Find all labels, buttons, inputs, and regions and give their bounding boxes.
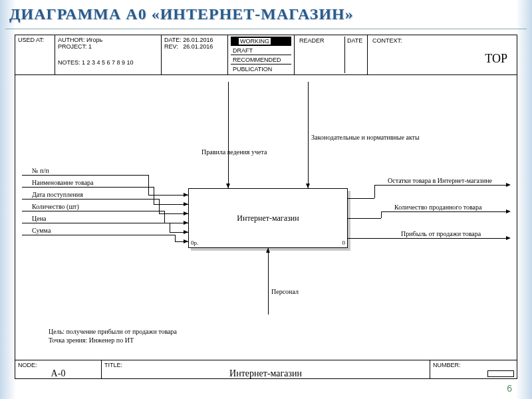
idef0-header: USED AT: AUTHOR: Игорь PROJECT: 1 NOTES:… — [15, 35, 517, 75]
author-value: Игорь — [86, 37, 102, 43]
input-arrow — [164, 211, 165, 223]
rev-value: 26.01.2016 — [183, 43, 213, 50]
mechanism-label: Персонал — [271, 288, 299, 295]
arrowhead-icon — [184, 202, 188, 206]
node-label: NODE: — [18, 362, 98, 368]
input-arrow — [148, 175, 149, 195]
status-recommended: RECOMMENDED — [233, 57, 281, 63]
idef0-frame: USED AT: AUTHOR: Игорь PROJECT: 1 NOTES:… — [15, 35, 517, 379]
date-value: 26.01.2016 — [183, 37, 213, 43]
title-label: TITLE: — [104, 362, 427, 368]
notes-label: NOTES: — [58, 59, 80, 66]
date-cell: DATE: 26.01.2016 REV: 26.01.2016 — [162, 35, 228, 74]
reader-label: READER — [297, 37, 344, 73]
output-label: Прибыль от продажи товара — [401, 230, 481, 237]
title-value: Интернет-магазин — [104, 368, 427, 379]
status-publication: PUBLICATION — [233, 66, 272, 72]
box-corner-right: 0 — [342, 239, 346, 246]
project-value: 1 — [88, 43, 92, 50]
output-arrow — [381, 211, 507, 212]
number-label: NUMBER: — [433, 362, 461, 368]
output-arrow — [374, 185, 375, 198]
arrowhead-icon — [506, 209, 511, 213]
control-arrow-1 — [228, 82, 229, 188]
arrowhead-icon — [506, 236, 511, 240]
output-arrow — [348, 198, 374, 199]
status-cell: WORKING DRAFT RECOMMENDED PUBLICATION — [228, 35, 295, 74]
arrowhead-icon — [184, 230, 188, 234]
used-at-cell: USED AT: — [15, 35, 55, 74]
activity-box: Интернет-магазин 0р. 0 — [188, 188, 348, 248]
input-arrow — [22, 187, 154, 188]
control-arrow-2 — [308, 82, 309, 188]
output-arrow — [348, 218, 381, 219]
title-cell: TITLE: Интернет-магазин — [102, 360, 430, 378]
output-arrow — [374, 185, 507, 186]
arrowhead-icon — [226, 184, 230, 188]
purpose-text: Цель: получение прибыли от продажи товар… — [49, 328, 177, 335]
arrowhead-icon — [184, 221, 188, 225]
input-arrow — [154, 187, 154, 204]
status-working: WORKING — [239, 38, 271, 45]
arrowhead-icon — [184, 211, 188, 215]
slide-title: ДИАГРАММА А0 «ИНТЕРНЕТ-МАГАЗИН» — [0, 0, 532, 29]
arrowhead-icon — [306, 184, 310, 188]
context-label: CONTEXT: — [370, 37, 514, 45]
input-arrow — [22, 211, 164, 211]
reader-cell: READER DATE — [295, 35, 368, 74]
used-at-label: USED AT: — [18, 37, 44, 43]
author-cell: AUTHOR: Игорь PROJECT: 1 NOTES: 1 2 3 4 … — [55, 35, 162, 74]
arrowhead-icon — [184, 193, 188, 197]
node-cell: NODE: A-0 — [15, 360, 102, 378]
output-label: Количество проданного товара — [394, 203, 481, 211]
output-arrow — [388, 238, 507, 239]
title-divider — [5, 29, 527, 29]
activity-label: Интернет-магазин — [237, 213, 299, 223]
input-arrow — [175, 235, 176, 241]
page-thumb-box — [487, 370, 514, 377]
arrowhead-icon — [184, 239, 188, 243]
idef0-footer: NODE: A-0 TITLE: Интернет-магазин NUMBER… — [15, 360, 517, 378]
output-arrow — [381, 211, 382, 218]
arrowhead-icon — [266, 248, 270, 253]
input-arrow — [22, 175, 148, 176]
diagram-canvas: Интернет-магазин 0р. 0 Правила ведения у… — [15, 75, 517, 360]
date-label: DATE: — [164, 37, 182, 43]
control-label-1: Правила ведения учета — [201, 148, 267, 156]
status-draft: DRAFT — [233, 47, 253, 54]
author-label: AUTHOR: — [58, 37, 85, 43]
node-value: A-0 — [18, 368, 98, 379]
rev-label: REV: — [164, 43, 178, 50]
input-arrow — [22, 199, 159, 200]
viewpoint-text: Точка зрения: Инженер по ИТ — [49, 336, 134, 344]
input-arrow — [22, 235, 175, 235]
notes-value: 1 2 3 4 5 6 7 8 9 10 — [82, 59, 134, 66]
control-label-2: Законодательные и нормативные акты — [311, 134, 420, 141]
input-arrow — [170, 223, 170, 232]
box-corner-left: 0р. — [191, 239, 198, 246]
project-label: PROJECT: — [58, 43, 87, 50]
number-cell: NUMBER: — [430, 360, 517, 378]
context-value: TOP — [370, 45, 514, 73]
reader-date-label: DATE — [344, 37, 364, 73]
input-arrow — [148, 195, 188, 196]
arrowhead-icon — [506, 183, 511, 187]
input-arrow — [22, 223, 170, 223]
output-label: Остатки товара в Интернет-магазине — [388, 177, 492, 184]
context-cell: CONTEXT: TOP — [368, 35, 517, 74]
output-arrow — [348, 238, 388, 239]
mechanism-arrow — [268, 248, 269, 315]
slide-page-number: 6 — [507, 383, 512, 394]
